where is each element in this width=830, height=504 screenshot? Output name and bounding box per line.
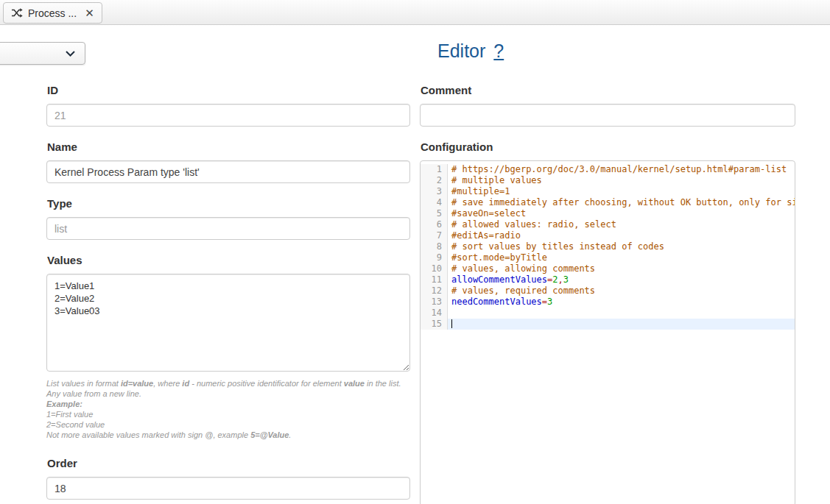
page-type-select[interactable] — [0, 42, 85, 65]
configuration-code-editor[interactable]: 1# https://bgerp.org/doc/3.0/manual/kern… — [420, 160, 795, 504]
line-number: 14 — [421, 308, 448, 319]
order-input[interactable] — [46, 477, 410, 500]
line-number: 4 — [421, 197, 448, 208]
chevron-down-icon — [66, 51, 75, 57]
line-number: 3 — [421, 186, 448, 197]
help-link[interactable]: ? — [493, 40, 504, 62]
code-line: 11allowCommentValues=2,3 — [421, 274, 795, 285]
configuration-field-group: Configuration 1# https://bgerp.org/doc/3… — [420, 140, 795, 504]
line-content[interactable]: needCommentValues=3 — [448, 297, 795, 308]
order-label: Order — [47, 456, 410, 471]
type-field-group: Type — [46, 196, 410, 240]
code-line: 14 — [421, 308, 795, 319]
tab-bar: Process ... ✕ — [0, 0, 830, 25]
code-line: 9#sort.mode=byTitle — [421, 252, 795, 263]
line-number: 10 — [421, 263, 448, 274]
configuration-label: Configuration — [421, 140, 795, 155]
line-content[interactable]: # multiple values — [448, 175, 795, 186]
line-content[interactable]: #multiple=1 — [448, 186, 795, 197]
name-field-group: Name — [46, 140, 410, 183]
editor-form: ID Name Type Values 1=Value1 2=Value2 3=… — [46, 83, 795, 504]
line-content[interactable]: # values, allowing comments — [448, 263, 795, 274]
line-number: 15 — [421, 319, 448, 330]
line-content[interactable]: # sort values by titles instead of codes — [448, 241, 795, 252]
line-number: 12 — [421, 285, 448, 297]
left-column: ID Name Type Values 1=Value1 2=Value2 3=… — [46, 83, 410, 504]
process-tab[interactable]: Process ... ✕ — [3, 2, 102, 24]
line-number: 8 — [421, 241, 448, 252]
line-number: 5 — [421, 208, 448, 219]
comment-field-group: Comment — [420, 83, 795, 127]
code-line: 5#saveOn=select — [421, 208, 795, 219]
type-label: Type — [47, 196, 410, 211]
code-line: 10# values, allowing comments — [421, 263, 795, 274]
code-line: 15 — [421, 319, 795, 330]
code-line: 4# save immediately after choosing, with… — [421, 197, 795, 208]
values-field-group: Values 1=Value1 2=Value2 3=Value03 List … — [46, 253, 410, 440]
line-number: 13 — [421, 297, 448, 308]
line-number: 7 — [421, 230, 448, 241]
name-label: Name — [47, 140, 410, 155]
code-line: 3#multiple=1 — [421, 186, 795, 197]
code-line: 13needCommentValues=3 — [421, 297, 795, 308]
values-label: Values — [47, 253, 410, 268]
line-content[interactable]: #editAs=radio — [448, 230, 795, 241]
line-content[interactable]: # save immediately after choosing, witho… — [448, 197, 795, 208]
page-title: Editor — [437, 40, 485, 62]
line-content[interactable] — [448, 319, 795, 330]
order-field-group: Order Defines parameter' position in com… — [46, 456, 410, 504]
type-input[interactable] — [46, 217, 410, 240]
page-title-row: Editor ? — [437, 40, 504, 62]
line-number: 6 — [421, 219, 448, 230]
shuffle-icon — [11, 8, 23, 18]
tab-label: Process ... — [28, 7, 77, 19]
values-help: List values in format id=value, where id… — [46, 378, 410, 440]
values-textarea[interactable]: 1=Value1 2=Value2 3=Value03 — [46, 274, 410, 372]
line-content[interactable]: # values, required comments — [448, 285, 795, 297]
line-content[interactable]: #saveOn=select — [448, 208, 795, 219]
comment-input[interactable] — [420, 104, 795, 127]
line-content[interactable]: #sort.mode=byTitle — [448, 252, 795, 263]
line-content[interactable]: # allowed values: radio, select — [448, 219, 795, 230]
code-line: 7#editAs=radio — [421, 230, 795, 241]
line-content[interactable]: allowCommentValues=2,3 — [448, 274, 795, 285]
line-number: 1 — [421, 164, 448, 175]
comment-label: Comment — [421, 83, 795, 98]
code-line: 8# sort values by titles instead of code… — [421, 241, 795, 252]
line-content[interactable] — [448, 308, 795, 319]
right-column: Comment Configuration 1# https://bgerp.o… — [420, 83, 795, 504]
page: Process ... ✕ Editor ? ID Name — [0, 0, 830, 504]
line-number: 9 — [421, 252, 448, 263]
line-content[interactable]: # https://bgerp.org/doc/3.0/manual/kerne… — [448, 164, 795, 175]
code-line: 1# https://bgerp.org/doc/3.0/manual/kern… — [421, 164, 795, 175]
code-line: 2# multiple values — [421, 175, 795, 186]
id-label: ID — [47, 83, 410, 98]
text-cursor — [451, 319, 452, 328]
code-line: 6# allowed values: radio, select — [421, 219, 795, 230]
line-number: 11 — [421, 274, 448, 285]
id-field-group: ID — [46, 83, 410, 127]
code-line: 12# values, required comments — [421, 285, 795, 297]
line-number: 2 — [421, 175, 448, 186]
id-input[interactable] — [46, 104, 410, 127]
name-input[interactable] — [46, 160, 410, 183]
code-rows: 1# https://bgerp.org/doc/3.0/manual/kern… — [421, 164, 795, 330]
tab-close-icon[interactable]: ✕ — [85, 7, 94, 20]
